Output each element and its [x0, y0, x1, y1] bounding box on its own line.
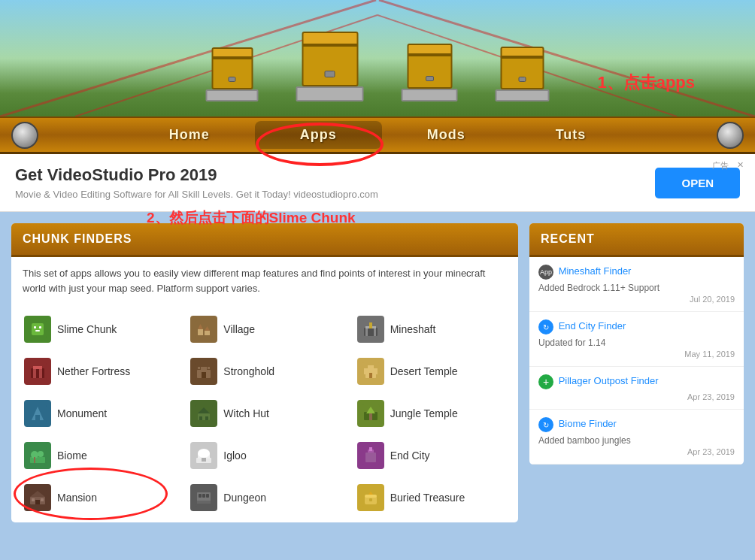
finder-item-slime[interactable]: Slime Chunk: [15, 308, 181, 350]
nether-icon: [24, 358, 51, 385]
ad-open-button[interactable]: OPEN: [655, 168, 740, 198]
recent-item-3-header: ↻ Biome Finder: [538, 417, 735, 432]
svg-rect-27: [201, 367, 207, 371]
svg-rect-8: [35, 330, 40, 331]
svg-rect-50: [30, 457, 45, 463]
svg-rect-66: [35, 500, 40, 504]
ad-description: Movie & Video Editing Software for All S…: [15, 189, 378, 200]
nav-item-apps[interactable]: Apps: [255, 121, 382, 149]
mansion-label: Mansion: [57, 492, 97, 504]
svg-rect-16: [365, 328, 368, 336]
svg-rect-17: [374, 328, 376, 336]
svg-rect-44: [205, 416, 208, 420]
finder-item-endcity[interactable]: End City: [348, 434, 514, 477]
nav-item-home[interactable]: Home: [124, 121, 255, 149]
nav-left-icon: [11, 122, 38, 149]
hero-section: 1、点击apps ↙ ↓ ↓ ↘: [0, 0, 755, 117]
svg-rect-67: [32, 498, 35, 501]
nav-item-tuts[interactable]: Tuts: [511, 121, 632, 149]
igloo-label: Igloo: [223, 450, 246, 462]
svg-rect-68: [41, 498, 44, 501]
recent-item-2-date: Apr 23, 2019: [538, 392, 735, 401]
finder-item-jungle[interactable]: Jungle Temple: [348, 392, 514, 434]
svg-rect-61: [365, 453, 376, 462]
recent-item-2-link[interactable]: Pillager Outpost Finder: [559, 375, 659, 386]
nav-right-icon: [717, 122, 744, 149]
desert-icon: [357, 358, 384, 385]
ad-content: Get VideoStudio Pro 2019 Movie & Video E…: [15, 165, 378, 200]
recent-item-0-header: App Mineshaft Finder: [538, 265, 735, 280]
svg-point-52: [38, 451, 44, 457]
svg-rect-6: [34, 326, 36, 328]
navigation-bar: Home Apps Mods Tuts: [0, 117, 755, 154]
recent-item-3: ↻ Biome Finder Added bamboo jungles Apr …: [529, 410, 744, 465]
finder-item-desert[interactable]: Desert Temple: [348, 350, 514, 392]
recent-item-3-link[interactable]: Biome Finder: [559, 418, 617, 429]
biome-label: Biome: [57, 450, 87, 462]
recent-item-0-meta: Added Bedrock 1.11+ Support: [538, 283, 735, 293]
dungeon-icon: [190, 484, 217, 511]
stronghold-label: Stronghold: [223, 365, 274, 377]
buried-label: Buried Treasure: [390, 492, 465, 504]
recent-header: RECENT: [529, 223, 744, 257]
recent-item-1-link[interactable]: End City Finder: [559, 320, 626, 331]
recent-item-2: + Pillager Outpost Finder Apr 23, 2019: [529, 367, 744, 410]
witch-icon: [190, 400, 217, 427]
svg-rect-9: [195, 320, 213, 338]
svg-rect-5: [32, 323, 44, 335]
recent-item-1: ↻ End City Finder Updated for 1.14 May 1…: [529, 312, 744, 367]
finder-item-stronghold[interactable]: Stronghold: [181, 350, 347, 392]
svg-rect-48: [369, 413, 372, 420]
nav-item-mods[interactable]: Mods: [382, 121, 511, 149]
svg-rect-74: [197, 501, 211, 504]
mineshaft-icon: [357, 316, 384, 343]
recent-item-3-meta: Added bamboo jungles: [538, 435, 735, 446]
recent-item-0-link[interactable]: Mineshaft Finder: [559, 265, 632, 277]
finder-item-monument[interactable]: Monument: [15, 392, 181, 434]
mansion-icon: [24, 484, 51, 511]
svg-rect-28: [198, 367, 200, 369]
finder-item-igloo[interactable]: Igloo: [181, 434, 347, 477]
svg-rect-79: [369, 498, 372, 501]
svg-rect-30: [202, 372, 206, 378]
dungeon-label: Dungeon: [223, 492, 266, 504]
finder-item-biome[interactable]: Biome: [15, 434, 181, 477]
finder-item-village[interactable]: Village: [181, 308, 347, 350]
monument-label: Monument: [57, 407, 107, 419]
finder-item-witch[interactable]: Witch Hut: [181, 392, 347, 434]
svg-rect-53: [34, 457, 35, 463]
finder-item-mineshaft[interactable]: Mineshaft: [348, 308, 514, 350]
finder-item-mansion[interactable]: Mansion: [15, 477, 181, 519]
annotation2-text: 2、然后点击下面的Slime Chunk: [147, 208, 356, 228]
finder-grid: Slime Chunk Village Mineshaft Nether Fo: [11, 304, 518, 522]
svg-rect-24: [33, 366, 42, 369]
monument-icon: [24, 400, 51, 427]
finder-item-buried[interactable]: Buried Treasure: [348, 477, 514, 519]
svg-rect-43: [199, 416, 202, 420]
finder-item-nether[interactable]: Nether Fortress: [15, 350, 181, 392]
ad-close-icon[interactable]: ✕: [737, 160, 744, 170]
chunk-finders-header: CHUNK FINDERS: [11, 223, 518, 257]
village-icon: [190, 316, 217, 343]
igloo-icon: [190, 442, 217, 469]
endcity-label: End City: [390, 450, 430, 462]
finder-item-dungeon[interactable]: Dungeon: [181, 477, 347, 519]
slime-icon: [24, 316, 51, 343]
svg-rect-72: [202, 494, 205, 498]
svg-rect-10: [198, 329, 203, 335]
biome-icon: [24, 442, 51, 469]
recent-item-1-header: ↻ End City Finder: [538, 319, 735, 334]
ad-banner: 广告 ✕ Get VideoStudio Pro 2019 Movie & Vi…: [0, 154, 755, 212]
svg-rect-33: [364, 368, 367, 374]
svg-rect-73: [206, 494, 209, 498]
stronghold-icon: [190, 358, 217, 385]
svg-rect-39: [35, 415, 40, 420]
svg-rect-71: [199, 494, 202, 498]
svg-rect-12: [205, 331, 210, 335]
recent-item-3-date: Apr 23, 2019: [538, 447, 735, 456]
chunk-finders-panel: CHUNK FINDERS This set of apps allows yo…: [11, 223, 518, 522]
recent-panel: RECENT App Mineshaft Finder Added Bedroc…: [529, 223, 744, 465]
nav-items: Home Apps Mods Tuts: [124, 121, 632, 149]
ad-title: Get VideoStudio Pro 2019: [15, 165, 378, 185]
recent-item-2-type-icon: +: [538, 374, 553, 389]
